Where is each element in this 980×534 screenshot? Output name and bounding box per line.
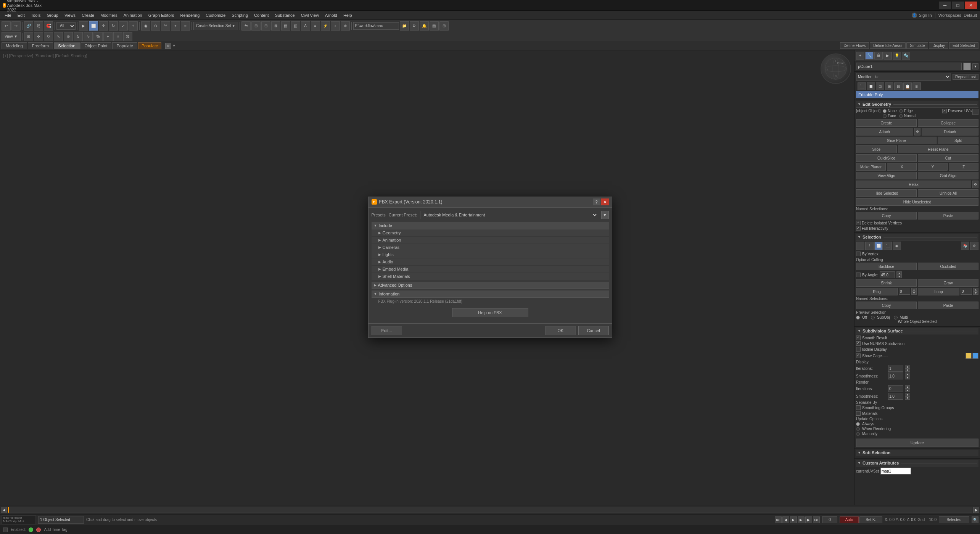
preview-off-radio[interactable]: [856, 316, 860, 319]
select-rotate-button[interactable]: ↻: [109, 21, 118, 31]
update-btn[interactable]: Update: [856, 439, 978, 447]
populate-icon[interactable]: ⊕: [165, 43, 171, 49]
ring-btn[interactable]: Ring: [856, 288, 898, 295]
extra1[interactable]: 🔔: [420, 21, 429, 31]
include-lights[interactable]: ▶ Lights: [372, 251, 609, 258]
render-iter-down[interactable]: ▼: [905, 389, 910, 392]
preview-multi-radio[interactable]: [894, 316, 898, 319]
mod-icon-2[interactable]: 🔲: [867, 82, 875, 90]
workspaces-label[interactable]: Workspaces: Default: [938, 13, 977, 18]
help-on-fbx-btn[interactable]: Help on FBX: [452, 308, 528, 317]
view-btn1[interactable]: ⊞: [24, 32, 33, 41]
cage-color-1[interactable]: [966, 353, 972, 359]
play-btn[interactable]: ▶: [790, 516, 797, 523]
include-shell-materials[interactable]: ▶ Shell Materials: [372, 273, 609, 280]
iter-down[interactable]: ▼: [905, 368, 910, 372]
rp-create-btn[interactable]: +: [856, 52, 864, 60]
smooth-down[interactable]: ▼: [905, 376, 910, 379]
color-arrow[interactable]: ▼: [972, 63, 978, 69]
menu-arnold[interactable]: Arnold: [322, 12, 340, 18]
view-btn8[interactable]: %: [93, 32, 103, 41]
advanced-header[interactable]: ▶ Advanced Options: [372, 282, 609, 289]
view-btn9[interactable]: ⌖: [103, 32, 113, 41]
hide-unselected-btn[interactable]: Hide Unselected: [856, 198, 978, 206]
backface-btn[interactable]: Backface: [856, 263, 917, 270]
align2-button[interactable]: ⊟: [261, 21, 270, 31]
relax-settings-btn[interactable]: ⚙: [972, 181, 978, 188]
play-sel-btn[interactable]: ▶: [798, 516, 805, 523]
align6-button[interactable]: A: [301, 21, 310, 31]
sel-element-btn[interactable]: ◉: [893, 242, 901, 250]
cut-btn[interactable]: Cut: [918, 154, 978, 162]
make-planar-btn[interactable]: Make Planar: [856, 163, 886, 171]
preserve-uvs-btn[interactable]: [972, 109, 978, 115]
presets-select[interactable]: Autodesk Media & Entertainment: [420, 211, 598, 219]
menu-views[interactable]: Views: [61, 12, 79, 18]
menu-customize[interactable]: Customize: [203, 12, 229, 18]
select-region-button[interactable]: ⬜: [89, 21, 98, 31]
subdiv-header[interactable]: ▼ Subdivision Surface: [856, 328, 978, 334]
presets-arrow[interactable]: ▼: [601, 211, 609, 219]
rp-hierarchy-btn[interactable]: 🏛: [874, 52, 883, 60]
menu-graph-editors[interactable]: Graph Editors: [145, 12, 177, 18]
frame-input[interactable]: [822, 516, 837, 523]
link-button[interactable]: 🔗: [24, 21, 33, 31]
current-uvset-input[interactable]: [880, 468, 911, 474]
mod-icon-3[interactable]: ⊡: [876, 82, 884, 90]
mod-icon-7[interactable]: 🗑: [912, 82, 921, 90]
loop-input[interactable]: [961, 288, 972, 295]
parent-button[interactable]: ↕: [331, 21, 340, 31]
render-smooth-up[interactable]: ▲: [905, 393, 910, 396]
edit-geometry-header[interactable]: ▼ Edit Geometry: [856, 101, 978, 108]
search-btn[interactable]: 🔍: [972, 516, 978, 523]
align-button[interactable]: ⊞: [251, 21, 261, 31]
show-cage-cb[interactable]: [856, 353, 861, 358]
tab-object-paint[interactable]: Object Paint: [80, 42, 112, 49]
path-input[interactable]: [353, 22, 399, 30]
sign-in-label[interactable]: Sign In: [919, 13, 932, 18]
maximize-button[interactable]: □: [952, 2, 964, 9]
detach-btn[interactable]: Detach: [922, 128, 979, 136]
view-align-btn[interactable]: View Align: [856, 172, 917, 179]
relax-btn[interactable]: Relax: [856, 181, 971, 188]
loop-btn[interactable]: Loop: [918, 288, 959, 295]
timeline-left-arrow[interactable]: ◀: [1, 507, 7, 513]
filter-select[interactable]: All: [56, 22, 76, 30]
hide-selected-btn[interactable]: Hide Selected: [856, 189, 917, 197]
grid-align-btn[interactable]: Grid Align: [918, 172, 978, 179]
x-btn[interactable]: X: [887, 163, 917, 171]
auto-key-btn[interactable]: Auto: [840, 516, 859, 523]
layer-button[interactable]: ≡: [311, 21, 320, 31]
materials-cb[interactable]: [856, 411, 861, 416]
tab-freeform[interactable]: Freeform: [28, 42, 53, 49]
align4-button[interactable]: ▤: [281, 21, 290, 31]
pivot3-button[interactable]: %: [161, 21, 170, 31]
unhide-all-btn[interactable]: Unhide All: [918, 189, 978, 197]
iter-up[interactable]: ▲: [905, 365, 910, 368]
use-nurms-cb[interactable]: [856, 341, 861, 346]
sel-vertex-btn[interactable]: ·: [856, 242, 864, 250]
path-opts[interactable]: ⚙: [410, 21, 419, 31]
menu-group[interactable]: Group: [43, 12, 61, 18]
radio-none-btn[interactable]: [883, 109, 887, 113]
manually-radio[interactable]: [856, 432, 860, 436]
minimize-button[interactable]: ─: [939, 2, 951, 9]
delete-isolated-cb[interactable]: [856, 221, 861, 225]
menu-help[interactable]: Help: [340, 12, 355, 18]
menu-content[interactable]: Content: [251, 12, 272, 18]
edit-btn[interactable]: Edit...: [372, 326, 402, 335]
preserve-uvs-checkbox[interactable]: [942, 109, 947, 113]
by-angle-down[interactable]: ▼: [896, 275, 902, 278]
view-btn7[interactable]: ∿: [84, 32, 93, 41]
modifier-list-dropdown[interactable]: Modifier List: [856, 73, 951, 81]
define-flows-tab[interactable]: Define Flows: [840, 42, 869, 49]
soft-sel-header[interactable]: ▼ Soft Selection: [856, 450, 978, 456]
fbx-close-btn[interactable]: ✕: [601, 198, 609, 205]
by-angle-input[interactable]: [880, 271, 895, 278]
cancel-btn[interactable]: Cancel: [578, 326, 609, 335]
mod-icon-1[interactable]: ⬛: [858, 82, 866, 90]
select-scale-button[interactable]: ⤢: [119, 21, 128, 31]
align5-button[interactable]: ▥: [291, 21, 300, 31]
edit-selected-tab[interactable]: Edit Selected: [949, 42, 978, 49]
timeline-bar[interactable]: [8, 507, 972, 513]
